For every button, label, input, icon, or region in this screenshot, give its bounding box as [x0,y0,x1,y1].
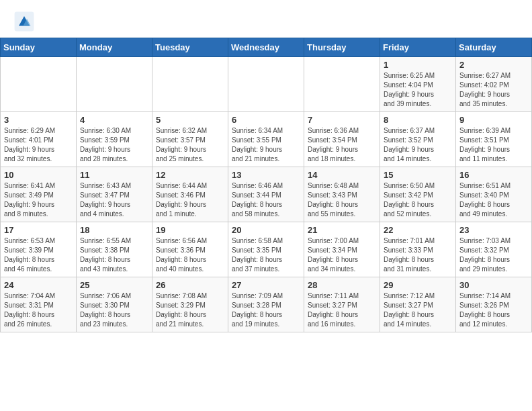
day-number: 18 [80,225,148,235]
day-number: 25 [80,280,148,290]
day-number: 23 [459,225,528,235]
day-info: Sunrise: 6:25 AM Sunset: 4:04 PM Dayligh… [384,71,452,109]
day-number: 2 [459,60,528,70]
day-number: 9 [459,115,528,125]
day-info: Sunrise: 7:04 AM Sunset: 3:31 PM Dayligh… [4,291,73,329]
day-info: Sunrise: 6:30 AM Sunset: 3:59 PM Dayligh… [80,126,148,164]
day-info: Sunrise: 6:50 AM Sunset: 3:42 PM Dayligh… [384,181,452,219]
calendar-cell: 3Sunrise: 6:29 AM Sunset: 4:01 PM Daylig… [1,112,77,167]
day-info: Sunrise: 7:08 AM Sunset: 3:29 PM Dayligh… [156,291,224,329]
calendar-cell: 21Sunrise: 7:00 AM Sunset: 3:34 PM Dayli… [304,222,380,277]
calendar-cell [228,57,304,112]
weekday-header-row: SundayMondayTuesdayWednesdayThursdayFrid… [1,38,532,57]
day-number: 29 [384,280,452,290]
calendar-cell: 10Sunrise: 6:41 AM Sunset: 3:49 PM Dayli… [1,167,77,222]
day-info: Sunrise: 6:44 AM Sunset: 3:46 PM Dayligh… [156,181,224,219]
calendar-cell: 14Sunrise: 6:48 AM Sunset: 3:43 PM Dayli… [304,167,380,222]
day-info: Sunrise: 7:11 AM Sunset: 3:27 PM Dayligh… [308,291,376,329]
calendar-cell: 8Sunrise: 6:37 AM Sunset: 3:52 PM Daylig… [380,112,456,167]
calendar-cell: 17Sunrise: 6:53 AM Sunset: 3:39 PM Dayli… [1,222,77,277]
calendar-cell: 28Sunrise: 7:11 AM Sunset: 3:27 PM Dayli… [304,277,380,332]
calendar-cell: 16Sunrise: 6:51 AM Sunset: 3:40 PM Dayli… [456,167,532,222]
day-number: 10 [4,170,73,180]
day-number: 14 [308,170,376,180]
day-info: Sunrise: 6:55 AM Sunset: 3:38 PM Dayligh… [80,236,148,274]
calendar-table: SundayMondayTuesdayWednesdayThursdayFrid… [0,38,532,332]
day-number: 12 [156,170,224,180]
calendar-cell: 27Sunrise: 7:09 AM Sunset: 3:28 PM Dayli… [228,277,304,332]
day-number: 30 [459,280,528,290]
calendar-week-row: 24Sunrise: 7:04 AM Sunset: 3:31 PM Dayli… [1,277,532,332]
calendar-cell: 6Sunrise: 6:34 AM Sunset: 3:55 PM Daylig… [228,112,304,167]
day-info: Sunrise: 6:48 AM Sunset: 3:43 PM Dayligh… [308,181,376,219]
calendar-cell: 26Sunrise: 7:08 AM Sunset: 3:29 PM Dayli… [152,277,228,332]
weekday-header: Monday [77,38,152,57]
calendar-cell: 5Sunrise: 6:32 AM Sunset: 3:57 PM Daylig… [152,112,228,167]
calendar-cell: 9Sunrise: 6:39 AM Sunset: 3:51 PM Daylig… [456,112,532,167]
day-number: 17 [4,225,73,235]
calendar-cell: 30Sunrise: 7:14 AM Sunset: 3:26 PM Dayli… [456,277,532,332]
day-number: 13 [232,170,300,180]
weekday-header: Friday [380,38,456,57]
day-number: 3 [4,115,73,125]
calendar-cell: 29Sunrise: 7:12 AM Sunset: 3:27 PM Dayli… [380,277,456,332]
day-number: 24 [4,280,73,290]
calendar-week-row: 3Sunrise: 6:29 AM Sunset: 4:01 PM Daylig… [1,112,532,167]
day-number: 20 [232,225,300,235]
calendar-cell: 22Sunrise: 7:01 AM Sunset: 3:33 PM Dayli… [380,222,456,277]
calendar-cell: 24Sunrise: 7:04 AM Sunset: 3:31 PM Dayli… [1,277,77,332]
day-info: Sunrise: 7:06 AM Sunset: 3:30 PM Dayligh… [80,291,148,329]
day-number: 7 [308,115,376,125]
day-number: 5 [156,115,224,125]
day-number: 8 [384,115,452,125]
logo [13,11,38,32]
calendar-cell: 7Sunrise: 6:36 AM Sunset: 3:54 PM Daylig… [304,112,380,167]
day-number: 4 [80,115,148,125]
day-info: Sunrise: 6:41 AM Sunset: 3:49 PM Dayligh… [4,181,73,219]
calendar-cell [77,57,152,112]
day-number: 27 [232,280,300,290]
day-number: 11 [80,170,148,180]
page-header [0,0,532,38]
day-number: 15 [384,170,452,180]
day-info: Sunrise: 6:51 AM Sunset: 3:40 PM Dayligh… [459,181,528,219]
calendar-cell: 12Sunrise: 6:44 AM Sunset: 3:46 PM Dayli… [152,167,228,222]
day-info: Sunrise: 6:29 AM Sunset: 4:01 PM Dayligh… [4,126,73,164]
day-info: Sunrise: 6:56 AM Sunset: 3:36 PM Dayligh… [156,236,224,274]
day-info: Sunrise: 6:43 AM Sunset: 3:47 PM Dayligh… [80,181,148,219]
day-number: 21 [308,225,376,235]
day-info: Sunrise: 6:39 AM Sunset: 3:51 PM Dayligh… [459,126,528,164]
calendar-cell: 20Sunrise: 6:58 AM Sunset: 3:35 PM Dayli… [228,222,304,277]
day-info: Sunrise: 6:34 AM Sunset: 3:55 PM Dayligh… [232,126,300,164]
day-info: Sunrise: 6:27 AM Sunset: 4:02 PM Dayligh… [459,71,528,109]
day-info: Sunrise: 7:09 AM Sunset: 3:28 PM Dayligh… [232,291,300,329]
day-info: Sunrise: 7:14 AM Sunset: 3:26 PM Dayligh… [459,291,528,329]
day-info: Sunrise: 6:58 AM Sunset: 3:35 PM Dayligh… [232,236,300,274]
day-number: 1 [384,60,452,70]
day-info: Sunrise: 7:03 AM Sunset: 3:32 PM Dayligh… [459,236,528,274]
day-info: Sunrise: 7:12 AM Sunset: 3:27 PM Dayligh… [384,291,452,329]
calendar-cell: 15Sunrise: 6:50 AM Sunset: 3:42 PM Dayli… [380,167,456,222]
day-info: Sunrise: 6:36 AM Sunset: 3:54 PM Dayligh… [308,126,376,164]
calendar-cell [152,57,228,112]
calendar-cell: 18Sunrise: 6:55 AM Sunset: 3:38 PM Dayli… [77,222,152,277]
day-number: 19 [156,225,224,235]
weekday-header: Saturday [456,38,532,57]
day-info: Sunrise: 7:01 AM Sunset: 3:33 PM Dayligh… [384,236,452,274]
calendar-cell: 25Sunrise: 7:06 AM Sunset: 3:30 PM Dayli… [77,277,152,332]
day-info: Sunrise: 6:46 AM Sunset: 3:44 PM Dayligh… [232,181,300,219]
day-info: Sunrise: 6:37 AM Sunset: 3:52 PM Dayligh… [384,126,452,164]
calendar-week-row: 1Sunrise: 6:25 AM Sunset: 4:04 PM Daylig… [1,57,532,112]
day-info: Sunrise: 6:53 AM Sunset: 3:39 PM Dayligh… [4,236,73,274]
calendar-cell [1,57,77,112]
day-number: 28 [308,280,376,290]
calendar-cell: 19Sunrise: 6:56 AM Sunset: 3:36 PM Dayli… [152,222,228,277]
calendar-cell: 1Sunrise: 6:25 AM Sunset: 4:04 PM Daylig… [380,57,456,112]
calendar-cell: 13Sunrise: 6:46 AM Sunset: 3:44 PM Dayli… [228,167,304,222]
calendar-cell [304,57,380,112]
calendar-week-row: 17Sunrise: 6:53 AM Sunset: 3:39 PM Dayli… [1,222,532,277]
calendar-cell: 2Sunrise: 6:27 AM Sunset: 4:02 PM Daylig… [456,57,532,112]
weekday-header: Tuesday [152,38,228,57]
day-info: Sunrise: 6:32 AM Sunset: 3:57 PM Dayligh… [156,126,224,164]
calendar-cell: 4Sunrise: 6:30 AM Sunset: 3:59 PM Daylig… [77,112,152,167]
